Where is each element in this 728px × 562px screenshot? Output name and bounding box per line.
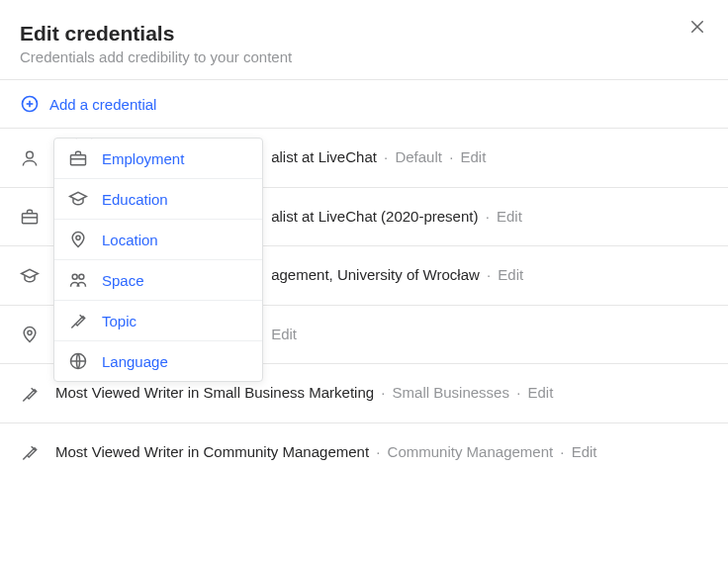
dropdown-item-space[interactable]: Space (54, 260, 262, 301)
add-credential-button[interactable]: Add a credential (0, 80, 728, 128)
close-button[interactable] (688, 18, 706, 40)
dialog-header: Edit credentials Credentials add credibi… (0, 0, 728, 79)
dropdown-label: Space (102, 272, 144, 289)
credential-title: Most Viewed Writer in Community Manageme… (55, 443, 369, 460)
briefcase-icon (20, 207, 40, 227)
svg-point-12 (72, 274, 77, 279)
credential-title: alist at LiveChat (2020-present) (271, 208, 478, 225)
edit-link[interactable]: Edit (498, 266, 523, 283)
dropdown-item-location[interactable]: Location (54, 220, 262, 260)
plus-circle-icon (20, 94, 40, 114)
credential-text: Most Viewed Writer in Small Business Mar… (55, 382, 553, 405)
edit-link[interactable]: Edit (527, 384, 553, 401)
edit-link[interactable]: Edit (572, 443, 597, 460)
edit-link[interactable]: Edit (271, 326, 297, 342)
dropdown-label: Language (102, 353, 168, 370)
edit-link[interactable]: Edit (460, 148, 486, 165)
credentials-list: alist at LiveChat · Default · Edit alist… (0, 128, 728, 481)
topic-flag-icon (20, 442, 40, 462)
dialog-title: Edit credentials (20, 20, 708, 47)
dialog-subtitle: Credentials add credibility to your cont… (20, 48, 708, 65)
topic-flag-icon (20, 384, 40, 404)
graduation-cap-icon (68, 189, 88, 209)
svg-point-11 (76, 236, 80, 240)
person-icon (20, 148, 40, 168)
credential-title: agement, University of Wrocław (271, 266, 480, 283)
svg-point-8 (28, 330, 32, 334)
graduation-cap-icon (20, 266, 40, 286)
edit-link[interactable]: Edit (497, 208, 522, 225)
location-pin-icon (20, 325, 40, 344)
svg-point-5 (27, 151, 34, 158)
credential-meta: Community Management (388, 443, 554, 460)
dropdown-item-topic[interactable]: Topic (54, 301, 262, 341)
close-icon (688, 18, 706, 36)
dropdown-label: Employment (102, 150, 184, 167)
globe-icon (68, 351, 88, 371)
credential-meta: Default (395, 148, 442, 165)
svg-rect-6 (23, 214, 38, 224)
dropdown-item-education[interactable]: Education (54, 179, 262, 220)
dropdown-item-language[interactable]: Language (54, 341, 262, 381)
credential-title: alist at LiveChat (271, 148, 377, 165)
add-credential-label: Add a credential (49, 96, 156, 113)
dropdown-label: Location (102, 232, 158, 248)
credential-text: Most Viewed Writer in Community Manageme… (55, 441, 597, 464)
location-pin-icon (68, 230, 88, 249)
svg-rect-9 (71, 155, 86, 165)
svg-point-13 (79, 274, 84, 279)
credential-title: Most Viewed Writer in Small Business Mar… (55, 384, 374, 401)
credential-type-dropdown: Employment Education Location (53, 138, 263, 382)
topic-flag-icon (68, 311, 88, 330)
briefcase-icon (68, 148, 88, 168)
people-group-icon (68, 270, 88, 290)
credential-row[interactable]: Most Viewed Writer in Community Manageme… (0, 422, 728, 482)
dropdown-label: Topic (102, 313, 136, 329)
dropdown-label: Education (102, 191, 168, 208)
credential-meta: Small Businesses (393, 384, 509, 401)
